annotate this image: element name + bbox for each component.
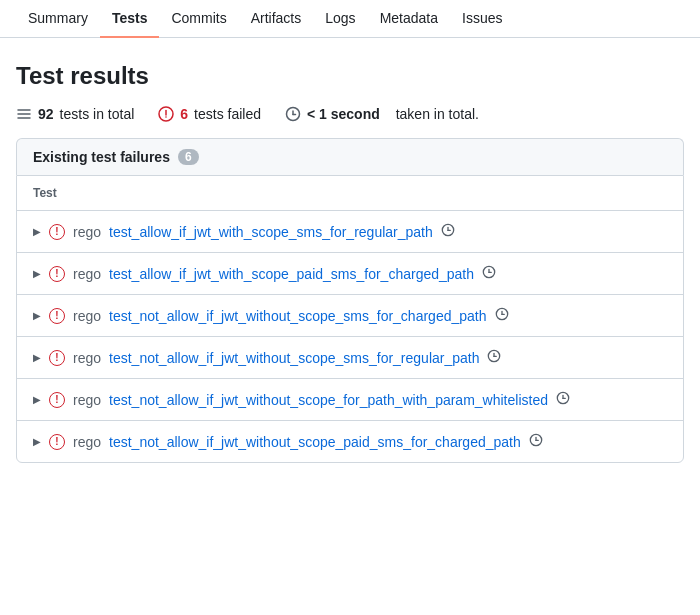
tab-artifacts[interactable]: Artifacts xyxy=(239,0,314,38)
test-prefix: rego xyxy=(73,350,101,366)
chevron-right-icon[interactable]: ▶ xyxy=(33,394,41,405)
test-name-link[interactable]: test_not_allow_if_jwt_without_scope_for_… xyxy=(109,392,548,408)
table-row: ▶ ! rego test_not_allow_if_jwt_without_s… xyxy=(17,337,683,379)
chevron-right-icon[interactable]: ▶ xyxy=(33,352,41,363)
clock-icon xyxy=(487,349,501,366)
clock-icon xyxy=(495,307,509,324)
chevron-right-icon[interactable]: ▶ xyxy=(33,310,41,321)
total-count: 92 xyxy=(38,106,54,122)
test-prefix: rego xyxy=(73,266,101,282)
test-table: Test ▶ ! rego test_allow_if_jwt_with_sco… xyxy=(16,175,684,463)
clock-icon xyxy=(441,223,455,240)
error-icon: ! xyxy=(49,308,65,324)
test-name-link[interactable]: test_not_allow_if_jwt_without_scope_paid… xyxy=(109,434,521,450)
clock-icon xyxy=(529,433,543,450)
tab-commits[interactable]: Commits xyxy=(159,0,238,38)
error-circle-icon xyxy=(158,106,174,122)
test-name-link[interactable]: test_allow_if_jwt_with_scope_sms_for_reg… xyxy=(109,224,433,240)
failed-label: tests failed xyxy=(194,106,261,122)
section-header-label: Existing test failures xyxy=(33,149,170,165)
error-icon: ! xyxy=(49,392,65,408)
error-icon: ! xyxy=(49,266,65,282)
section-badge: 6 xyxy=(178,149,199,165)
chevron-right-icon[interactable]: ▶ xyxy=(33,436,41,447)
clock-icon xyxy=(556,391,570,408)
test-prefix: rego xyxy=(73,224,101,240)
error-icon: ! xyxy=(49,224,65,240)
chevron-right-icon[interactable]: ▶ xyxy=(33,268,41,279)
tab-metadata[interactable]: Metadata xyxy=(368,0,450,38)
failed-count: 6 xyxy=(180,106,188,122)
chevron-right-icon[interactable]: ▶ xyxy=(33,226,41,237)
tab-summary[interactable]: Summary xyxy=(16,0,100,38)
tab-issues[interactable]: Issues xyxy=(450,0,514,38)
list-icon xyxy=(16,106,32,122)
test-prefix: rego xyxy=(73,308,101,324)
svg-point-5 xyxy=(165,116,167,118)
test-prefix: rego xyxy=(73,434,101,450)
test-name-link[interactable]: test_allow_if_jwt_with_scope_paid_sms_fo… xyxy=(109,266,474,282)
clock-icon xyxy=(285,106,301,122)
nav-tabs: Summary Tests Commits Artifacts Logs Met… xyxy=(0,0,700,38)
table-row: ▶ ! rego test_allow_if_jwt_with_scope_pa… xyxy=(17,253,683,295)
page-content: Test results 92 tests in total xyxy=(0,38,700,479)
time-label: < 1 second xyxy=(307,106,380,122)
table-row: ▶ ! rego test_not_allow_if_jwt_without_s… xyxy=(17,295,683,337)
tab-tests[interactable]: Tests xyxy=(100,0,160,38)
clock-icon xyxy=(482,265,496,282)
error-icon: ! xyxy=(49,434,65,450)
stat-time: < 1 second taken in total. xyxy=(285,106,479,122)
total-label: tests in total xyxy=(60,106,135,122)
stat-failed: 6 tests failed xyxy=(158,106,261,122)
table-row: ▶ ! rego test_not_allow_if_jwt_without_s… xyxy=(17,379,683,421)
test-name-link[interactable]: test_not_allow_if_jwt_without_scope_sms_… xyxy=(109,350,479,366)
test-prefix: rego xyxy=(73,392,101,408)
tab-logs[interactable]: Logs xyxy=(313,0,367,38)
section-header: Existing test failures 6 xyxy=(16,138,684,175)
stats-bar: 92 tests in total 6 tests failed xyxy=(16,106,684,122)
error-icon: ! xyxy=(49,350,65,366)
table-row: ▶ ! rego test_allow_if_jwt_with_scope_sm… xyxy=(17,211,683,253)
stat-total: 92 tests in total xyxy=(16,106,134,122)
page-title: Test results xyxy=(16,62,684,90)
test-name-link[interactable]: test_not_allow_if_jwt_without_scope_sms_… xyxy=(109,308,486,324)
table-column-header: Test xyxy=(17,176,683,211)
table-row: ▶ ! rego test_not_allow_if_jwt_without_s… xyxy=(17,421,683,462)
time-suffix: taken in total. xyxy=(396,106,479,122)
